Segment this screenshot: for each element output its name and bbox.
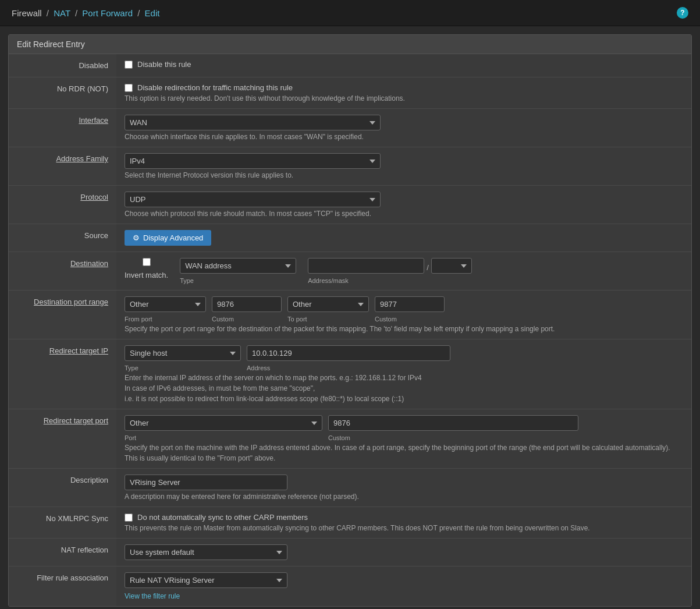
gear-icon: ⚙ [133,233,140,242]
btn-display-advanced-label: Display Advanced [143,233,203,242]
checkbox-disabled-label: Disable this rule [137,60,191,69]
breadcrumb-sep1: / [47,8,49,18]
help-icon[interactable]: ? [677,7,688,19]
label-source: Source [9,224,116,252]
redirect-custom-port-input[interactable] [328,415,578,431]
main-panel: Edit Redirect Entry Disabled Disable thi… [8,34,692,607]
checkbox-no-rdr[interactable] [125,84,133,92]
link-protocol[interactable]: Protocol [80,193,108,201]
content-filter-rule: Rule NAT VRising Server None Add associa… [116,566,691,606]
no-rdr-help: This option is rarely needed. Don't use … [125,94,683,102]
row-redirect-target-ip: Redirect target IP Single host Network T… [9,339,691,409]
interface-help: Choose which interface this rule applies… [125,133,683,141]
label-nat-reflection: NAT reflection [9,539,116,566]
select-nat-reflection[interactable]: Use system default Enable Disable [125,544,287,560]
content-disabled: Disable this rule [116,54,691,77]
breadcrumb-edit: Edit [145,8,160,18]
checkbox-no-xmlrpc-label: Do not automatically sync to other CARP … [137,513,308,522]
label-description: Description [9,469,116,507]
link-interface[interactable]: Interface [79,116,108,125]
row-nat-reflection: NAT reflection Use system default Enable… [9,539,691,566]
select-interface[interactable]: WAN LAN OPT1 [125,115,381,130]
label-filter-rule: Filter rule association [9,566,116,606]
label-redirect-target-ip: Redirect target IP [9,339,116,409]
select-destination-type[interactable]: WAN address Single host Network Any [180,258,296,274]
label-no-rdr: No RDR (NOT) [9,77,116,108]
description-input[interactable] [125,475,287,490]
btn-display-advanced[interactable]: ⚙ Display Advanced [125,230,211,246]
label-disabled: Disabled [9,54,116,77]
link-dest-port-range[interactable]: Destination port range [34,298,108,306]
checkbox-disabled[interactable] [125,61,133,69]
redirect-ip-help2: In case of IPv6 addresses, in must be fr… [125,384,683,392]
to-custom-label: Custom [375,316,445,323]
breadcrumb-nat[interactable]: NAT [54,8,70,18]
link-view-filter-rule[interactable]: View the filter rule [125,592,180,600]
row-protocol: Protocol TCP UDP TCP/UDP ICMP Any Choose… [9,186,691,224]
content-interface: WAN LAN OPT1 Choose which interface this… [116,109,691,147]
select-to-port[interactable]: Other HTTP HTTPS [287,296,369,312]
select-mask[interactable]: 8162432 [431,258,472,274]
link-redirect-target-port[interactable]: Redirect target port [44,416,108,425]
panel-title: Edit Redirect Entry [9,35,691,54]
breadcrumb-portforward[interactable]: Port Forward [82,8,133,18]
label-no-xmlrpc: No XMLRPC Sync [9,507,116,538]
content-dest-port-range: Other HTTP HTTPS From port Custom Other … [116,291,691,339]
invert-match-label: Invert match. [125,271,168,279]
content-no-rdr: Disable redirection for traffic matching… [116,77,691,108]
link-address-family[interactable]: Address Family [56,154,108,163]
content-redirect-target-ip: Single host Network Type Address Enter t… [116,339,691,409]
to-port-label: To port [287,316,369,323]
row-destination: Destination Invert match. WAN address Si… [9,252,691,291]
destination-type-label: Type [180,277,296,284]
row-no-xmlrpc: No XMLRPC Sync Do not automatically sync… [9,507,691,539]
link-redirect-target-ip[interactable]: Redirect target IP [49,346,108,355]
row-disabled: Disabled Disable this rule [9,54,691,77]
select-protocol[interactable]: TCP UDP TCP/UDP ICMP Any [125,192,381,207]
to-custom-input[interactable] [375,296,445,312]
redirect-ip-help1: Enter the internal IP address of the ser… [125,374,683,382]
redirect-ip-help3: i.e. it is not possible to redirect from… [125,395,683,403]
dest-port-range-help: Specify the port or port range for the d… [125,325,683,333]
breadcrumb: Firewall / NAT / Port Forward / Edit [12,8,159,18]
content-redirect-target-port: Other HTTP HTTPS Port Custom Specify the… [116,409,691,468]
destination-address-label: Address/mask [308,277,472,284]
select-redirect-port[interactable]: Other HTTP HTTPS [125,415,322,431]
row-interface: Interface WAN LAN OPT1 Choose which inte… [9,109,691,147]
content-destination: Invert match. WAN address Single host Ne… [116,252,691,290]
row-address-family: Address Family IPv4 IPv6 IPv4+IPv6 Selec… [9,147,691,186]
from-custom-input[interactable] [212,296,282,312]
content-description: A description may be entered here for ad… [116,469,691,507]
breadcrumb-firewall: Firewall [12,8,42,18]
select-filter-rule[interactable]: Rule NAT VRising Server None Add associa… [125,572,287,588]
redirect-type-label: Type [125,364,241,371]
checkbox-no-xmlrpc[interactable] [125,514,133,522]
select-address-family[interactable]: IPv4 IPv6 IPv4+IPv6 [125,153,381,169]
redirect-port-help2: This is usually identical to the "From p… [125,454,683,462]
destination-address-input[interactable] [308,258,424,274]
content-source: ⚙ Display Advanced [116,224,691,252]
checkbox-invert-match[interactable] [143,258,151,266]
label-address-family: Address Family [9,147,116,185]
label-redirect-target-port: Redirect target port [9,409,116,468]
row-redirect-target-port: Redirect target port Other HTTP HTTPS Po… [9,409,691,469]
content-protocol: TCP UDP TCP/UDP ICMP Any Choose which pr… [116,186,691,224]
protocol-help: Choose which protocol this rule should m… [125,210,683,218]
header: Firewall / NAT / Port Forward / Edit ? [0,0,700,26]
address-family-help: Select the Internet Protocol version thi… [125,171,683,179]
row-dest-port-range: Destination port range Other HTTP HTTPS … [9,291,691,339]
content-nat-reflection: Use system default Enable Disable [116,539,691,566]
label-interface: Interface [9,109,116,147]
select-from-port[interactable]: Other HTTP HTTPS [125,296,206,312]
redirect-port-help1: Specify the port on the machine with the… [125,444,683,452]
row-description: Description A description may be entered… [9,469,691,507]
select-redirect-type[interactable]: Single host Network [125,345,241,361]
row-source: Source ⚙ Display Advanced [9,224,691,252]
breadcrumb-sep2: / [75,8,77,18]
redirect-address-input[interactable] [247,345,450,361]
redirect-port-label: Port [125,434,322,441]
content-address-family: IPv4 IPv6 IPv4+IPv6 Select the Internet … [116,147,691,185]
link-destination[interactable]: Destination [70,259,108,268]
redirect-custom-port-label: Custom [328,434,578,441]
breadcrumb-sep3: / [137,8,140,18]
